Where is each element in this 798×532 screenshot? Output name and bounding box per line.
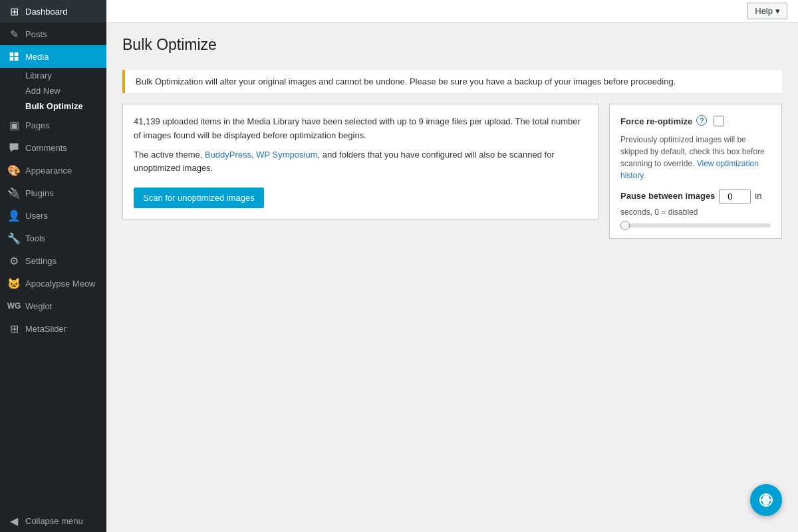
plugins-icon: 🔌 [8,187,20,199]
pause-sub: seconds, 0 = disabled [620,206,771,218]
sidebar-item-label: Pages [25,120,50,130]
info-line1: 41,139 uploaded items in the Media Libra… [134,115,587,143]
posts-icon: ✎ [8,28,20,40]
sidebar-item-pages[interactable]: ▣ Pages [0,114,106,136]
sidebar-item-label: Comments [25,143,67,153]
sidebar-item-label: MetaSlider [25,324,66,334]
svg-rect-1 [15,53,19,57]
force-reoptimize-label: Force re-optimize [620,115,692,128]
notice-text: Bulk Optimization will alter your origin… [136,76,676,86]
view-history-link[interactable]: View optimization history. [620,159,759,180]
sidebar-item-media[interactable]: Media [0,45,106,68]
weglot-icon: WG [8,300,20,312]
dashboard-icon: ⊞ [8,5,20,17]
pause-unit: in [755,190,761,203]
slider-thumb[interactable] [620,221,630,230]
options-panel: Force re-optimize ? Previously optimized… [609,104,782,239]
wp-symposium-link[interactable]: WP Symposium [256,150,317,160]
sidebar-item-apocalypse-meow[interactable]: 🐱 Apocalypse Meow [0,272,106,295]
sidebar-sub-bulk-optimize[interactable]: Bulk Optimize [0,98,106,114]
sidebar-item-label: Tools [25,233,45,243]
warning-notice: Bulk Optimization will alter your origin… [122,70,782,93]
sidebar-item-label: Users [25,211,48,221]
slider-container [620,223,771,227]
support-button[interactable] [750,484,782,516]
info-box: 41,139 uploaded items in the Media Libra… [122,104,598,219]
help-button[interactable]: Help ▾ [747,3,787,19]
tools-icon: 🔧 [8,232,20,244]
topbar: Help ▾ [106,0,798,23]
settings-icon: ⚙ [8,255,20,267]
sidebar-sub-library[interactable]: Library [0,68,106,83]
pause-input[interactable] [719,190,751,203]
pages-icon: ▣ [8,119,20,131]
slider-track[interactable] [620,223,771,227]
page-title: Bulk Optimize [122,36,782,54]
sidebar-item-label: Apocalypse Meow [25,279,96,289]
force-reoptimize-desc: Previously optimized images will be skip… [620,134,771,182]
apocalypse-meow-icon: 🐱 [8,277,20,289]
help-tooltip-icon[interactable]: ? [696,115,707,126]
buddypress-link[interactable]: BuddyPress [205,150,251,160]
sidebar-item-comments[interactable]: Comments [0,136,106,159]
sidebar-item-label: Dashboard [25,7,68,17]
metaslider-icon: ⊞ [8,323,20,334]
svg-rect-3 [15,57,19,61]
lifebuoy-icon [758,492,774,508]
sidebar-item-posts[interactable]: ✎ Posts [0,23,106,45]
sidebar-item-dashboard[interactable]: ⊞ Dashboard [0,0,106,23]
sidebar-item-label: Media [25,52,49,62]
sidebar-item-label: Settings [25,256,57,266]
force-reoptimize-checkbox[interactable] [714,116,724,126]
main-area: Help ▾ Bulk Optimize Bulk Optimization w… [106,0,798,532]
comments-icon [8,142,20,154]
pause-label: Pause between images [620,190,715,203]
users-icon: 👤 [8,209,20,221]
sidebar-item-label: Plugins [25,188,54,198]
appearance-icon: 🎨 [8,164,20,176]
media-icon [8,51,20,63]
sidebar: ⊞ Dashboard ✎ Posts Media Library Add Ne… [0,0,106,532]
info-line2: The active theme, BuddyPress, WP Symposi… [134,148,587,176]
collapse-label: Collapse menu [25,516,83,526]
sidebar-collapse-menu[interactable]: ◀ Collapse menu [0,509,106,532]
sidebar-item-settings[interactable]: ⚙ Settings [0,249,106,272]
sidebar-item-label: Weglot [25,301,52,311]
content-row: 41,139 uploaded items in the Media Libra… [122,104,782,239]
sidebar-item-metaslider[interactable]: ⊞ MetaSlider [0,317,106,340]
sidebar-item-weglot[interactable]: WG Weglot [0,295,106,317]
sidebar-item-appearance[interactable]: 🎨 Appearance [0,159,106,182]
svg-rect-2 [10,57,14,61]
sidebar-item-users[interactable]: 👤 Users [0,204,106,227]
pause-row: Pause between images in [620,190,771,203]
sidebar-item-plugins[interactable]: 🔌 Plugins [0,182,106,204]
sidebar-item-tools[interactable]: 🔧 Tools [0,227,106,249]
chevron-down-icon: ▾ [775,6,780,16]
svg-rect-0 [10,53,14,57]
sidebar-sub-add-new[interactable]: Add New [0,83,106,98]
content-area: Bulk Optimize Bulk Optimization will alt… [106,23,798,532]
scan-button[interactable]: Scan for unoptimized images [134,188,264,208]
collapse-icon: ◀ [8,515,20,527]
help-label: Help [755,6,773,16]
sidebar-item-label: Appearance [25,166,72,176]
sidebar-item-label: Posts [25,29,47,39]
